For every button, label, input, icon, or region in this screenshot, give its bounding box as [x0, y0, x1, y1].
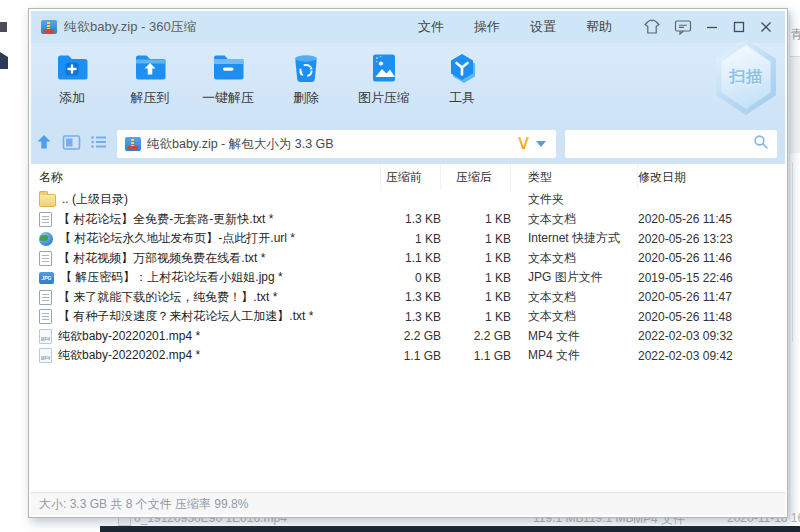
mp4-file-icon	[39, 329, 52, 344]
chevron-down-icon	[536, 141, 546, 147]
list-view-icon[interactable]	[90, 134, 108, 154]
search-box[interactable]	[565, 130, 777, 158]
search-icon[interactable]	[753, 134, 769, 154]
trash-recycle-icon	[288, 50, 324, 86]
file-type: 文本文档	[511, 289, 638, 306]
up-arrow-icon[interactable]	[35, 133, 53, 155]
column-headers: 名称 压缩前 压缩后 类型 修改日期	[31, 164, 785, 190]
table-row[interactable]: 【 村花论坛永久地址发布页】-点此打开.url * 1 KB 1 KB Inte…	[31, 229, 785, 249]
menu-help[interactable]: 帮助	[571, 13, 627, 41]
file-list: .. (上级目录) 文件夹 【 村花论坛】全免费-无套路-更新快.txt * 1…	[31, 190, 785, 492]
zip-archive-icon	[41, 20, 57, 34]
file-name: 【 解压密码】：上村花论坛看小姐姐.jpg *	[60, 269, 283, 286]
v-logo-icon: V	[518, 134, 529, 154]
one-click-extract-button[interactable]: 一键解压	[189, 50, 267, 107]
divider	[792, 162, 793, 342]
size-before: 1.1 GB	[381, 349, 441, 363]
column-header-name[interactable]: 名称	[31, 164, 381, 190]
zip-archive-icon	[125, 137, 141, 151]
table-row[interactable]: 纯欲baby-20220202.mp4 * 1.1 GB 1.1 GB MP4 …	[31, 346, 785, 366]
table-row[interactable]: 【 来了就能下载的论坛，纯免费！】.txt * 1.3 KB 1 KB 文本文档…	[31, 288, 785, 308]
file-type: MP4 文件	[511, 347, 638, 364]
file-type: 文本文档	[511, 250, 638, 267]
close-button[interactable]	[759, 20, 773, 34]
file-date: 2022-02-03 09:42	[638, 349, 785, 363]
size-after: 1 KB	[441, 232, 511, 246]
search-input[interactable]	[573, 136, 753, 152]
table-row[interactable]: 【 村花视频】万部视频免费在线看.txt * 1.1 KB 1 KB 文本文档 …	[31, 249, 785, 269]
file-date: 2020-05-26 11:46	[638, 251, 785, 265]
background-window-fragment	[790, 57, 800, 153]
file-name: 【 有种子却没速度？来村花论坛人工加速】.txt *	[58, 308, 313, 325]
size-after: 1 KB	[441, 271, 511, 285]
column-header-date[interactable]: 修改日期	[638, 164, 785, 190]
size-before: 1.3 KB	[381, 290, 441, 304]
size-before: 1.3 KB	[381, 310, 441, 324]
txt-file-icon	[39, 251, 52, 266]
mp4-file-icon	[39, 348, 52, 363]
file-name: 纯欲baby-20220201.mp4 *	[58, 328, 200, 345]
maximize-button[interactable]	[732, 20, 746, 34]
table-row-parent-dir[interactable]: .. (上级目录) 文件夹	[31, 190, 785, 210]
folder-icon	[39, 194, 56, 207]
scan-label: 扫描	[729, 67, 763, 88]
txt-file-icon	[39, 309, 52, 324]
table-row[interactable]: 【 村花论坛】全免费-无套路-更新快.txt * 1.3 KB 1 KB 文本文…	[31, 210, 785, 230]
preview-pane-icon[interactable]	[62, 134, 81, 155]
menu-file[interactable]: 文件	[403, 13, 459, 41]
titlebar: 纯欲baby.zip - 360压缩 文件 操作 设置 帮助	[31, 11, 785, 43]
app-window: 纯欲baby.zip - 360压缩 文件 操作 设置 帮助 添加 解压到 一键…	[28, 8, 788, 518]
menu-settings[interactable]: 设置	[515, 13, 571, 41]
tool-label: 工具	[449, 89, 475, 107]
file-name: 【 村花视频】万部视频免费在线看.txt *	[58, 250, 265, 267]
table-row[interactable]: 【 有种子却没速度？来村花论坛人工加速】.txt * 1.3 KB 1 KB 文…	[31, 307, 785, 327]
menu-operation[interactable]: 操作	[459, 13, 515, 41]
tool-label: 删除	[293, 89, 319, 107]
size-after: 1 KB	[441, 310, 511, 324]
file-type: JPG 图片文件	[511, 269, 638, 286]
scan-shield-badge[interactable]: 扫描	[712, 39, 780, 115]
window-title: 纯欲baby.zip - 360压缩	[64, 18, 197, 36]
file-name: 【 村花论坛】全免费-无套路-更新快.txt *	[58, 211, 273, 228]
file-name: 纯欲baby-20220202.mp4 *	[58, 347, 200, 364]
minimize-button[interactable]	[705, 20, 719, 34]
size-after: 1 KB	[441, 212, 511, 226]
globe-icon	[39, 232, 53, 246]
column-header-type[interactable]: 类型	[511, 164, 638, 190]
tool-label: 解压到	[131, 89, 170, 107]
delete-button[interactable]: 删除	[267, 50, 345, 107]
tool-label: 添加	[59, 89, 85, 107]
size-after: 1 KB	[441, 290, 511, 304]
file-name: .. (上级目录)	[62, 191, 128, 208]
version-dropdown[interactable]: V	[518, 134, 548, 154]
folder-extract-icon	[132, 50, 168, 86]
address-input[interactable]: 纯欲baby.zip - 解包大小为 3.3 GB V	[117, 130, 556, 158]
size-before: 1 KB	[381, 232, 441, 246]
size-before: 2.2 GB	[381, 329, 441, 343]
file-type: 文本文档	[511, 211, 638, 228]
folder-add-icon	[54, 50, 90, 86]
column-header-size-before[interactable]: 压缩前	[381, 164, 441, 190]
add-button[interactable]: 添加	[33, 50, 111, 107]
table-row[interactable]: 【 解压密码】：上村花论坛看小姐姐.jpg * 0 KB 1 KB JPG 图片…	[31, 268, 785, 288]
extract-to-button[interactable]: 解压到	[111, 50, 189, 107]
table-row[interactable]: 纯欲baby-20220201.mp4 * 2.2 GB 2.2 GB MP4 …	[31, 327, 785, 347]
background-window-fragment	[0, 52, 8, 69]
size-after: 1.1 GB	[441, 349, 511, 363]
jpg-file-icon	[39, 272, 54, 284]
file-date: 2020-05-26 13:23	[638, 232, 785, 246]
file-date: 2020-05-26 11:47	[638, 290, 785, 304]
size-before: 1.1 KB	[381, 251, 441, 265]
file-name: 【 村花论坛永久地址发布页】-点此打开.url *	[59, 230, 295, 247]
folder-oneclick-icon	[210, 50, 246, 86]
file-type: Internet 快捷方式	[511, 230, 638, 247]
column-header-size-after[interactable]: 压缩后	[441, 164, 511, 190]
skin-theme-icon[interactable]	[643, 19, 661, 35]
image-compress-icon	[366, 50, 402, 86]
feedback-icon[interactable]	[674, 19, 692, 35]
tools-button[interactable]: 工具	[423, 50, 501, 107]
address-path-text: 纯欲baby.zip - 解包大小为 3.3 GB	[147, 136, 512, 153]
size-before: 0 KB	[381, 271, 441, 285]
file-date: 2022-02-03 09:32	[638, 329, 785, 343]
image-compress-button[interactable]: 图片压缩	[345, 50, 423, 107]
